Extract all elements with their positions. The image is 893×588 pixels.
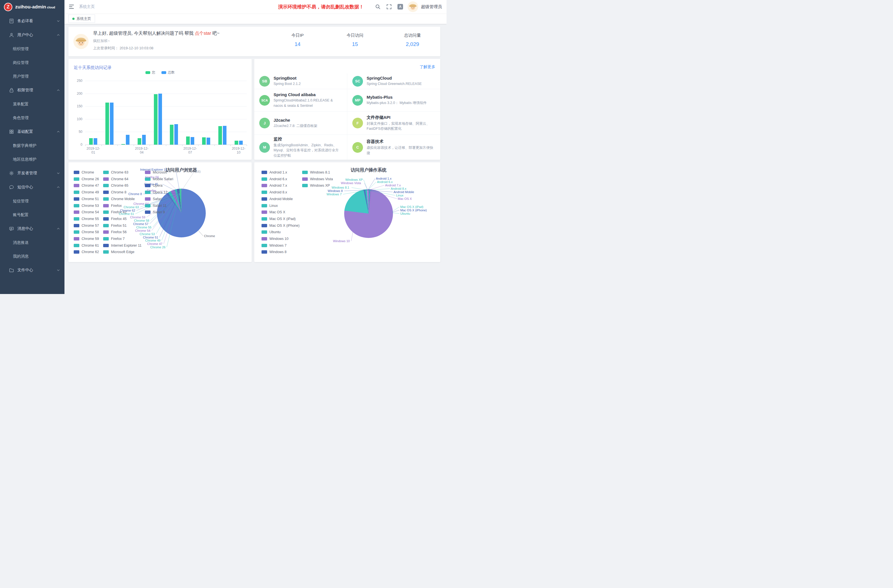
legend-item-linux[interactable]: Linux (262, 204, 278, 208)
sidebar-subitem-sms-manage[interactable]: 短信管理 (0, 194, 65, 208)
sidebar-item-must-read[interactable]: 务必详看 (0, 14, 65, 28)
sidebar-item-sms-center[interactable]: 短信中心 (0, 180, 65, 194)
legend-item-android-8-x[interactable]: Android 8.x (262, 190, 287, 194)
legend-item-android-7-x[interactable]: Android 7.x (262, 183, 287, 188)
legend-swatch (302, 171, 308, 174)
legend-item-chrome-63[interactable]: Chrome 63 (103, 170, 128, 174)
sidebar-subitem-message-push[interactable]: 消息推送 (0, 236, 65, 250)
learn-more-link[interactable]: 了解更多 (419, 65, 435, 69)
x-axis-tick (166, 145, 166, 146)
legend-item-windows-8-1[interactable]: Windows 8.1 (302, 170, 330, 174)
legend-item-chrome-65[interactable]: Chrome 65 (103, 183, 128, 188)
legend-label: Chrome 8 (111, 190, 126, 194)
app-root: Z zuihou-admincloud 务必详看用户中心组织管理岗位管理用户管理… (0, 0, 446, 294)
legend-item-internet-explorer-11[interactable]: Internet Explorer 11 (103, 244, 141, 248)
sidebar-subitem-dict-maintain[interactable]: 数据字典维护 (0, 139, 65, 152)
charts-row: 近十天系统访问记录 您总数 0501001502002502019-12-012… (68, 59, 440, 160)
logo[interactable]: Z zuihou-admincloud (0, 0, 65, 14)
sidebar-subitem-my-message[interactable]: 我的消息 (0, 250, 65, 263)
tech-badge-springboot: SB (259, 76, 270, 87)
legend-item-chrome-53[interactable]: Chrome 53 (74, 204, 99, 208)
legend-item-chrome-mobile[interactable]: Chrome Mobile (103, 197, 135, 201)
legend-item-safari-9[interactable]: Safari 9 (145, 210, 165, 214)
greeting-prefix: 早上好, 超级管理员, 今天帮别人解决问题了吗 帮我 (93, 31, 195, 36)
sidebar-item-developer[interactable]: 开发者管理 (0, 166, 65, 180)
sidebar-item-label: 开发者管理 (17, 171, 57, 176)
legend-item-chrome-57[interactable]: Chrome 57 (74, 224, 99, 227)
bar- (170, 125, 173, 144)
sidebar-subitem-post-manage[interactable]: 岗位管理 (0, 56, 65, 69)
legend-item-safari[interactable]: Safari (145, 197, 162, 201)
legend-item-windows-vista[interactable]: Windows Vista (302, 177, 333, 181)
legend-item-chrome[interactable]: Chrome (74, 170, 94, 174)
os-pie[interactable] (344, 189, 393, 238)
sidebar-item-label: 短信中心 (17, 185, 57, 190)
legend-item-chrome-8[interactable]: Chrome 8 (103, 190, 126, 194)
legend-item-firefox-7[interactable]: Firefox 7 (103, 237, 125, 241)
legend-item-firefox-56[interactable]: Firefox 56 (103, 230, 127, 234)
sidebar-subitem-role-manage[interactable]: 角色管理 (0, 111, 65, 125)
legend-item-windows-xp[interactable]: Windows XP (302, 183, 330, 188)
sidebar-item-file-center[interactable]: 文件中心 (0, 263, 65, 277)
legend-item-firefox-51[interactable]: Firefox 51 (103, 224, 127, 227)
sidebar-item-permission[interactable]: 权限管理 (0, 83, 65, 97)
legend-item-mac-os-x[interactable]: Mac OS X (262, 210, 285, 214)
breadcrumb[interactable]: 系统主页 (79, 4, 95, 9)
legend-item-chrome-58[interactable]: Chrome 58 (74, 230, 99, 234)
sidebar-subitem-menu-config[interactable]: 菜单配置 (0, 97, 65, 111)
search-icon[interactable] (375, 4, 380, 9)
pies-row: 访问用户浏览器ChromeChrome 26Chrome 47Chrome 49… (68, 162, 440, 262)
sidebar-subitem-org-manage[interactable]: 组织管理 (0, 42, 65, 56)
legend-item-chrome-59[interactable]: Chrome 59 (74, 237, 99, 241)
tab-home[interactable]: 系统主页 (68, 15, 95, 23)
fullscreen-icon[interactable] (386, 4, 392, 9)
font-size-icon[interactable]: A (397, 4, 403, 9)
tech-badge-file-storage-api: F (352, 118, 363, 128)
y-axis-label: 200 (70, 92, 83, 96)
legend-item-microsoft-edge[interactable]: Microsoft Edge (103, 250, 134, 254)
legend-item-chrome-49[interactable]: Chrome 49 (74, 190, 99, 194)
legend-swatch (103, 204, 109, 208)
legend-item-firefox-45[interactable]: Firefox 45 (103, 217, 127, 221)
sidebar-item-user-center[interactable]: 用户中心 (0, 28, 65, 42)
legend-item-ubuntu[interactable]: Ubuntu (262, 230, 281, 234)
legend-label: Chrome (81, 170, 94, 174)
sidebar-collapse-icon[interactable] (68, 4, 75, 10)
doc-icon (9, 18, 14, 24)
legend-item-windows-7[interactable]: Windows 7 (262, 244, 286, 248)
legend-swatch (262, 204, 267, 208)
legend-item-android-1-x[interactable]: Android 1.x (262, 170, 287, 174)
sidebar-item-basic-config[interactable]: 基础配置 (0, 125, 65, 139)
legend-item-chrome-55[interactable]: Chrome 55 (74, 217, 99, 221)
legend-item-windows-8[interactable]: Windows 8 (262, 250, 286, 254)
legend-swatch (145, 211, 150, 214)
legend-item-windows-10[interactable]: Windows 10 (262, 237, 289, 241)
legend-item-chrome-61[interactable]: Chrome 61 (74, 244, 99, 248)
tech-text: 监控集成SpringBootAdmin、Zipkin、Redis、Mysql、定… (274, 137, 342, 158)
sidebar-item-message-center[interactable]: 消息中心 (0, 222, 65, 236)
legend-item-android-6-x[interactable]: Android 6.x (262, 177, 287, 181)
legend-item-android-mobile[interactable]: Android Mobile (262, 197, 293, 201)
legend-item-firefox[interactable]: Firefox (103, 204, 122, 208)
sidebar-item-label: 消息中心 (17, 226, 57, 231)
sidebar-subitem-account-config[interactable]: 账号配置 (0, 208, 65, 222)
legend-item-chrome-26[interactable]: Chrome 26 (74, 177, 99, 181)
legend-item-chrome-47[interactable]: Chrome 47 (74, 183, 99, 188)
legend-item-chrome-54[interactable]: Chrome 54 (74, 210, 99, 214)
legend-label: Windows XP (310, 183, 330, 188)
legend-item-chrome-62[interactable]: Chrome 62 (74, 250, 99, 254)
legend-item-mac-os-x-iphone[interactable]: Mac OS X (iPhone) (262, 224, 300, 227)
legend-item-chrome-51[interactable]: Chrome 51 (74, 197, 99, 201)
sidebar-subitem-user-manage[interactable]: 用户管理 (0, 69, 65, 83)
username-label[interactable]: 超级管理员 (421, 4, 442, 9)
x-axis-tick (247, 145, 247, 146)
greeting-avatar (74, 34, 89, 49)
legend-label: Windows Vista (310, 177, 333, 181)
sidebar-item-label: 基础配置 (17, 129, 57, 134)
user-avatar[interactable] (407, 2, 418, 12)
stat-today-visits: 今日访问15 (326, 33, 384, 47)
sidebar-subitem-area-maintain[interactable]: 地区信息维护 (0, 152, 65, 166)
star-link[interactable]: 点个star (195, 31, 211, 36)
legend-item-mac-os-x-ipad[interactable]: Mac OS X (iPad) (262, 217, 296, 221)
legend-item-chrome-64[interactable]: Chrome 64 (103, 177, 128, 181)
